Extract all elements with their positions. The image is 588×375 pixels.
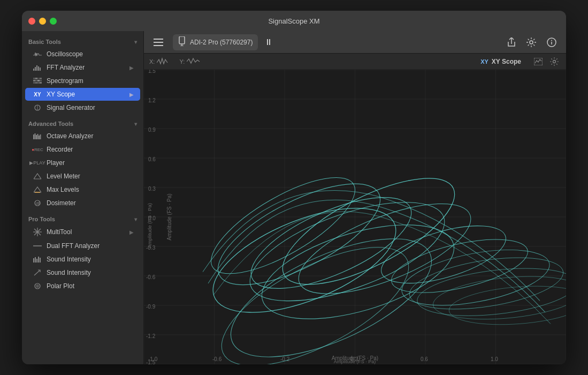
svg-rect-3	[38, 66, 39, 71]
device-selector[interactable]: ADI-2 Pro (57760297)	[173, 34, 258, 50]
sidebar-item-octave-analyzer[interactable]: Octave Analyzer	[25, 130, 140, 142]
dosimeter-icon: dB	[33, 200, 42, 206]
chart-view-button[interactable]	[532, 57, 545, 66]
svg-text:0.3: 0.3	[148, 186, 156, 192]
sidebar-item-room-analyzer[interactable]: Sound Intensity	[25, 253, 140, 266]
svg-rect-2	[36, 65, 37, 71]
player-icon: ▶PLAY	[33, 160, 42, 166]
svg-point-50	[530, 41, 533, 44]
traffic-lights	[28, 18, 57, 25]
expand-arrow: ▶	[129, 92, 134, 98]
sidebar-item-max-levels[interactable]: Max Levels	[25, 183, 140, 196]
x-label: X:	[149, 58, 155, 65]
svg-point-53	[551, 40, 552, 41]
sidebar-item-level-meter[interactable]: Level Meter	[25, 170, 140, 183]
sidebar-item-label: Signal Generator	[47, 104, 134, 111]
sidebar-item-signal-generator[interactable]: Signal Generator	[25, 101, 140, 114]
content-area: ADI-2 Pro (57760297) ⏸	[144, 31, 566, 364]
sidebar-item-fft-analyzer[interactable]: FFT Analyzer ▶	[25, 61, 140, 74]
svg-rect-22	[37, 134, 39, 139]
svg-rect-45	[154, 42, 163, 43]
svg-rect-21	[36, 135, 37, 139]
pause-button[interactable]: ⏸	[264, 38, 273, 47]
svg-rect-16	[40, 82, 42, 84]
sidebar: Basic Tools ▾ Oscilloscope FFT Analyzer …	[22, 31, 144, 364]
svg-text:1.2: 1.2	[148, 98, 156, 103]
sidebar-item-sound-intensity[interactable]: Sound Intensity	[25, 266, 140, 279]
sidebar-item-dosimeter[interactable]: dB Dosimeter	[25, 197, 140, 209]
chart-settings-button[interactable]	[548, 56, 561, 67]
svg-rect-0	[33, 69, 34, 71]
svg-rect-13	[33, 82, 35, 84]
polar-plot-icon	[33, 282, 42, 290]
recorder-icon: ●REC	[33, 147, 42, 152]
info-button[interactable]	[544, 35, 560, 49]
sidebar-toggle-button[interactable]	[150, 36, 166, 48]
sidebar-item-label: Polar Plot	[47, 282, 134, 290]
sidebar-item-oscilloscope[interactable]: Oscilloscope	[25, 48, 140, 61]
advanced-tools-header: Advanced Tools ▾	[22, 117, 143, 129]
axis-right-buttons	[532, 56, 561, 67]
svg-text:Amplitude (FS · Pa): Amplitude (FS · Pa)	[334, 359, 376, 364]
svg-rect-46	[154, 45, 163, 46]
share-button[interactable]	[504, 35, 519, 49]
svg-rect-11	[37, 80, 40, 81]
svg-text:1.0: 1.0	[491, 356, 498, 362]
sidebar-item-polar-plot[interactable]: Polar Plot	[25, 280, 140, 292]
maximize-button[interactable]	[50, 18, 57, 25]
svg-text:0.6: 0.6	[421, 356, 428, 362]
sidebar-item-label: Max Levels	[47, 186, 134, 193]
svg-text:-1.2: -1.2	[146, 333, 155, 339]
y-value	[187, 57, 202, 66]
svg-rect-36	[35, 257, 36, 262]
svg-rect-24	[40, 134, 41, 139]
svg-rect-39	[40, 258, 41, 262]
scope-label: XY Scope	[492, 58, 521, 65]
svg-text:-0.9: -0.9	[146, 304, 155, 310]
sidebar-item-spectrogram[interactable]: Spectrogram	[25, 74, 140, 87]
svg-rect-23	[39, 136, 40, 139]
svg-rect-37	[36, 259, 37, 262]
sidebar-item-label: Level Meter	[47, 172, 134, 180]
svg-text:-0.6: -0.6	[212, 356, 222, 362]
sidebar-item-recorder[interactable]: ●REC Recorder	[25, 143, 140, 156]
svg-rect-8	[40, 78, 42, 79]
sidebar-item-dual-fft[interactable]: Dual FFT Analyzer	[25, 239, 140, 252]
svg-text:-0.6: -0.6	[146, 274, 155, 280]
fft-icon	[33, 64, 42, 71]
svg-rect-35	[33, 258, 34, 262]
pro-tools-header: Pro Tools ▾	[22, 213, 143, 224]
sidebar-item-multitool[interactable]: MultiTool ▶	[25, 225, 140, 239]
sidebar-item-label: Recorder	[47, 146, 134, 153]
advanced-tools-chevron: ▾	[134, 121, 137, 127]
xy-scope-icon: XY	[33, 92, 42, 98]
sidebar-item-player[interactable]: ▶PLAY Player	[25, 156, 140, 169]
svg-rect-1	[35, 67, 36, 71]
toolbar-right	[504, 35, 560, 49]
svg-rect-38	[38, 257, 39, 262]
pro-tools-chevron: ▾	[134, 216, 137, 222]
sidebar-item-xy-scope[interactable]: XY XY Scope ▶	[25, 88, 140, 101]
window-title: SignalScope XM	[268, 17, 319, 25]
minimize-button[interactable]	[39, 18, 46, 25]
sidebar-item-label: Player	[47, 159, 134, 167]
basic-tools-chevron: ▾	[134, 39, 137, 45]
expand-arrow: ▶	[129, 65, 134, 71]
xy-chart: 1.5 1.2 0.9 0.6 0.3 0.0 -0.3 -0.6 -0.9 -…	[144, 70, 566, 364]
room-analyzer-icon	[33, 256, 42, 262]
sidebar-item-label: Octave Analyzer	[47, 132, 134, 140]
settings-button[interactable]	[523, 35, 539, 49]
sound-intensity-icon	[33, 269, 42, 276]
svg-rect-9	[33, 80, 35, 81]
close-button[interactable]	[28, 18, 35, 25]
svg-marker-25	[34, 174, 41, 179]
xy-badge: XY XY Scope	[480, 58, 521, 65]
sidebar-item-label: Dosimeter	[47, 199, 134, 207]
sidebar-item-label: FFT Analyzer	[47, 64, 125, 71]
svg-rect-47	[179, 36, 185, 44]
device-name: ADI-2 Pro (57760297)	[190, 39, 253, 46]
svg-text:Amplitude (FS · Pa): Amplitude (FS · Pa)	[147, 203, 152, 249]
svg-point-55	[553, 60, 556, 63]
sidebar-item-label: XY Scope	[47, 91, 125, 98]
svg-text:dB: dB	[36, 201, 41, 205]
